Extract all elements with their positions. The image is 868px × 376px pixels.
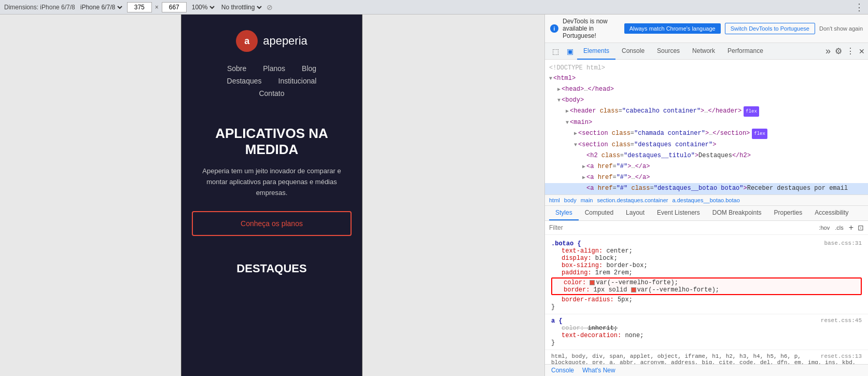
cls-button[interactable]: .cls <box>835 225 844 231</box>
bottom-css-text: html, body, div, span, applet, object, i… <box>551 353 859 364</box>
height-input[interactable] <box>162 2 187 12</box>
logo-text: apeperia <box>263 34 307 48</box>
tree-line-a3-selected[interactable]: ▶<a href="#" class="destaques__botao bot… <box>545 183 868 194</box>
tree-line-section-destaques[interactable]: ▼<section class="destaques container"> <box>545 140 868 150</box>
css-source-reset-13[interactable]: reset.css:13 <box>821 353 862 359</box>
phone-header: a apeperia Sobre Planos Blog Destaques I… <box>181 15 362 110</box>
device-select[interactable]: iPhone 6/7/8 <box>78 3 124 11</box>
css-prop-border[interactable]: border: 1px solid var(--vermelho-forte); <box>552 286 861 294</box>
tree-line-main[interactable]: ▼<main> <box>545 117 868 128</box>
nav-contato[interactable]: Contato <box>250 87 292 100</box>
tab-layout[interactable]: Layout <box>620 206 651 220</box>
match-language-button[interactable]: Always match Chrome's language <box>624 23 721 34</box>
nav-institucional[interactable]: Institucional <box>270 75 325 87</box>
css-rules: base.css:31 .botao { text-align: center;… <box>545 235 868 364</box>
tree-line-body[interactable]: ▼<body> <box>545 95 868 106</box>
nav-links: Sobre Planos Blog Destaques Instituciona… <box>192 62 352 100</box>
dimensions-label: Dimensions: iPhone 6/7/8 <box>4 4 75 11</box>
tree-line-doctype[interactable]: <!DOCTYPE html> <box>545 63 868 73</box>
css-prop-padding[interactable]: padding: 1rem 2rem; <box>551 269 862 276</box>
highlighted-css-props: color: var(--vermelho-forte);border: 1px… <box>551 277 862 295</box>
expand-styles-icon[interactable]: ⊡ <box>858 224 864 232</box>
css-rule-a: reset.css:45 a { color: inherit; text-de… <box>545 314 868 350</box>
breadcrumb-section[interactable]: section.destaques.container <box>597 197 668 203</box>
bottom-css-block: reset.css:13 html, body, div, span, appl… <box>545 350 868 364</box>
dismiss-notification-link[interactable]: Don't show again <box>819 25 863 32</box>
css-source-reset-45[interactable]: reset.css:45 <box>821 317 862 324</box>
preview-area: a apeperia Sobre Planos Blog Destaques I… <box>0 15 544 376</box>
hero-description: Apeperia tem um jeito inovador de compar… <box>192 166 352 198</box>
tab-event-listeners[interactable]: Event Listeners <box>651 206 706 220</box>
breadcrumb-main[interactable]: main <box>581 197 593 203</box>
filter-input[interactable] <box>549 224 817 231</box>
notification-icon: i <box>550 24 558 33</box>
more-tabs-button[interactable]: » <box>821 46 835 57</box>
css-prop-border-radius[interactable]: border-radius: 5px; <box>551 296 862 303</box>
tab-sources[interactable]: Sources <box>651 43 686 60</box>
css-source-base[interactable]: base.css:31 <box>824 240 862 246</box>
switch-language-button[interactable]: Switch DevTools to Portuguese <box>725 23 815 34</box>
add-style-button[interactable]: + <box>849 223 853 232</box>
hov-button[interactable]: :hov <box>819 225 830 231</box>
css-prop-color[interactable]: color: var(--vermelho-forte); <box>552 279 861 286</box>
css-selector-botao[interactable]: .botao { <box>551 240 581 247</box>
whats-new-button[interactable]: What's New <box>582 367 615 374</box>
close-devtools-icon[interactable]: ✕ <box>859 47 865 55</box>
tab-dom-breakpoints[interactable]: DOM Breakpoints <box>706 206 768 220</box>
notification-bar: i DevTools is now available in Portugues… <box>545 15 868 43</box>
tab-performance[interactable]: Performance <box>721 43 769 60</box>
tree-line-head[interactable]: ▶<head>…</head> <box>545 84 868 95</box>
tree-line-h2[interactable]: ▶<h2 class="destaques__titulo">Destaques… <box>545 150 868 161</box>
tab-network[interactable]: Network <box>686 43 721 60</box>
nav-destaques[interactable]: Destaques <box>219 75 270 87</box>
nav-sobre[interactable]: Sobre <box>219 62 255 75</box>
device-icon[interactable]: ▣ <box>563 44 577 59</box>
phone-hero: APLICATIVOS NA MEDIDA Apeperia tem um je… <box>181 110 362 252</box>
tab-elements[interactable]: Elements <box>577 43 615 60</box>
inspect-icon[interactable]: ⬚ <box>548 44 563 59</box>
devtools-panel: i DevTools is now available in Portugues… <box>544 15 868 376</box>
tab-accessibility[interactable]: Accessibility <box>808 206 855 220</box>
logo-area: a apeperia <box>236 30 307 52</box>
styles-panel: Styles Computed Layout Event Listeners D… <box>545 206 868 364</box>
tree-line-html[interactable]: ▼<html> <box>545 73 868 84</box>
throttle-select[interactable]: No throttling <box>219 3 263 11</box>
css-prop-text-align[interactable]: text-align: center; <box>551 247 862 255</box>
css-prop-display[interactable]: display: block; <box>551 255 862 262</box>
breadcrumb-body[interactable]: body <box>564 197 577 203</box>
tree-line-section-chamada[interactable]: ▶<section class="chamada container">…</s… <box>545 128 868 140</box>
tab-styles[interactable]: Styles <box>549 206 579 220</box>
css-prop-text-decoration[interactable]: text-decoration: none; <box>551 332 862 339</box>
css-selector-a[interactable]: a { <box>551 317 563 325</box>
nav-planos[interactable]: Planos <box>255 62 293 75</box>
tree-line-a2[interactable]: ▶<a href="#">…</a> <box>545 172 868 183</box>
styles-tabs: Styles Computed Layout Event Listeners D… <box>545 206 868 221</box>
html-tree: <!DOCTYPE html> ▼<html> ▶<head>…</head> … <box>545 60 868 194</box>
breadcrumb: html body main section.destaques.contain… <box>545 194 868 206</box>
more-options-icon[interactable]: ⋮ <box>846 46 855 56</box>
css-closing-brace-botao: } <box>551 303 555 311</box>
zoom-select[interactable]: 100% <box>190 3 216 11</box>
phone-frame: a apeperia Sobre Planos Blog Destaques I… <box>181 15 362 376</box>
tab-properties[interactable]: Properties <box>768 206 809 220</box>
nav-blog[interactable]: Blog <box>293 62 325 75</box>
width-input[interactable] <box>127 2 152 12</box>
tab-console[interactable]: Console <box>615 43 651 60</box>
console-footer-button[interactable]: Console <box>551 367 574 374</box>
css-prop-box-sizing[interactable]: box-sizing: border-box; <box>551 262 862 269</box>
css-prop-color-inherit[interactable]: color: inherit; <box>551 325 862 332</box>
top-bar: Dimensions: iPhone 6/7/8 iPhone 6/7/8 × … <box>0 0 868 15</box>
dimension-separator: × <box>155 4 159 11</box>
devtools-footer: Console What's New <box>545 364 868 376</box>
tree-line-header[interactable]: ▶<header class="cabecalho container">…</… <box>545 106 868 117</box>
css-rule-botao: base.css:31 .botao { text-align: center;… <box>545 237 868 314</box>
settings-icon[interactable]: ⚙ <box>835 46 842 56</box>
main-area: a apeperia Sobre Planos Blog Destaques I… <box>0 15 868 376</box>
breadcrumb-a[interactable]: a.destaques__botao.botao <box>672 197 739 203</box>
tab-computed[interactable]: Computed <box>579 206 620 220</box>
breadcrumb-html[interactable]: html <box>549 197 560 203</box>
cta-button[interactable]: Conheça os planos <box>192 211 352 236</box>
tree-line-a1[interactable]: ▶<a href="#">…</a> <box>545 161 868 172</box>
topbar-dots-icon[interactable]: ⋮ <box>855 2 864 13</box>
notification-text: DevTools is now available in Portuguese! <box>563 18 620 39</box>
